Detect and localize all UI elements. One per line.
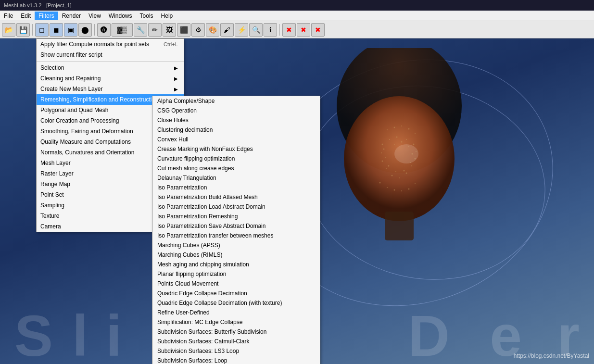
toolbar-btn-x3[interactable]: ✖ (311, 23, 325, 37)
submenu-subdiv-ls3[interactable]: Subdivision Surfaces: LS3 Loop (152, 346, 320, 356)
menu-windows[interactable]: Windows (105, 12, 136, 20)
submenu-iso-param[interactable]: Iso Parametrization (152, 183, 320, 192)
toolbar-btn-16[interactable]: ℹ (264, 23, 277, 37)
toolbar-btn-x1[interactable]: ✖ (282, 23, 296, 37)
menu-filters[interactable]: Filters (35, 12, 58, 20)
submenu-subdiv-catmull[interactable]: Subdivision Surfaces: Catmull-Clark (152, 337, 320, 346)
watermark-text: https://blog.csdn.net/ByYastal (514, 352, 589, 359)
svg-point-37 (394, 144, 418, 163)
submenu-marching-cubes-apss[interactable]: Marching Cubes (APSS) (152, 240, 320, 250)
submenu-iso-param-load[interactable]: Iso Parametrization Load Abstract Domain (152, 202, 320, 212)
submenu-iso-param-atlased[interactable]: Iso Parametrization Build Atlased Mesh (152, 192, 320, 202)
svg-point-25 (385, 157, 386, 158)
svg-point-35 (408, 188, 410, 190)
submenu-planar-flipping[interactable]: Planar flipping optimization (152, 269, 320, 279)
submenu-points-cloud[interactable]: Points Cloud Movement (152, 279, 320, 289)
svg-point-9 (411, 165, 412, 166)
submenu-subdiv-butterfly[interactable]: Subdivision Surfaces: Butterfly Subdivis… (152, 327, 320, 337)
toolbar-sep-2 (94, 24, 95, 36)
submenu-iso-param-transfer[interactable]: Iso Parametrization transfer between mes… (152, 231, 320, 240)
deco-letter-3: i (106, 302, 122, 364)
toolbar-btn-6[interactable]: ▓▒ (112, 23, 133, 37)
svg-point-13 (386, 168, 387, 169)
apply-filter-shortcut: Ctrl+L (164, 41, 178, 47)
toolbar-btn-10[interactable]: ⬛ (177, 23, 190, 37)
toolbar-sep-3 (279, 24, 280, 36)
menu-help[interactable]: Help (157, 12, 177, 20)
submenu-crease-marking[interactable]: Crease Marking with NonFaux Edges (152, 144, 320, 154)
svg-point-11 (399, 177, 400, 178)
toolbar-btn-7[interactable]: 🔧 (134, 23, 147, 37)
submenu-mesh-aging[interactable]: Mesh aging and chipping simulation (152, 260, 320, 269)
toolbar-btn-1[interactable]: ◻ (35, 23, 49, 37)
submenu-alpha-complex[interactable]: Alpha Complex/Shape (152, 96, 320, 106)
toolbar-btn-13[interactable]: 🖌 (220, 23, 234, 37)
submenu-refine-user[interactable]: Refine User-Defined (152, 308, 320, 317)
toolbar-btn-8[interactable]: ✏ (148, 23, 162, 37)
svg-point-33 (394, 189, 395, 191)
toolbar-btn-5[interactable]: 🅐 (97, 23, 111, 37)
toolbar-sep-1 (32, 24, 33, 36)
svg-point-31 (379, 182, 381, 184)
toolbar: 📂 💾 ◻ ◼ ▣ ⬤ 🅐 ▓▒ 🔧 ✏ 🖼 ⬛ ⚙ 🎨 🖌 ⚡ 🔍 ℹ ✖ ✖… (0, 21, 594, 38)
svg-point-17 (394, 144, 395, 145)
menu-bar: File Edit Filters Render View Windows To… (0, 11, 594, 21)
menu-file[interactable]: File (0, 12, 17, 20)
dropdown-cleaning[interactable]: Cleaning and Repairing▶ (37, 73, 184, 84)
deco-letter-1: S (14, 302, 53, 364)
toolbar-btn-x2[interactable]: ✖ (297, 23, 310, 37)
toolbar-btn-4[interactable]: ⬤ (78, 23, 92, 37)
toolbar-btn-12[interactable]: 🎨 (206, 23, 219, 37)
submenu-curvature-flipping[interactable]: Curvature flipping optimization (152, 154, 320, 163)
svg-point-3 (389, 139, 390, 140)
toolbar-open-btn[interactable]: 📂 (2, 23, 15, 37)
toolbar-btn-3[interactable]: ▣ (64, 23, 77, 37)
toolbar-btn-2[interactable]: ◼ (50, 23, 63, 37)
submenu-delaunay[interactable]: Delaunay Triangulation (152, 173, 320, 183)
toolbar-save-btn[interactable]: 💾 (16, 23, 30, 37)
svg-point-24 (388, 165, 390, 167)
toolbar-group-tools: 🅐 ▓▒ 🔧 ✏ 🖼 ⬛ ⚙ 🎨 🖌 ⚡ 🔍 ℹ (97, 23, 277, 37)
submenu-quadric-edge[interactable]: Quadric Edge Collapse Decimation (152, 289, 320, 298)
remeshing-submenu: Alpha Complex/Shape CSG Operation Close … (152, 96, 320, 364)
submenu-convex-hull[interactable]: Convex Hull (152, 135, 320, 144)
svg-point-23 (395, 171, 396, 172)
submenu-iso-param-remesh[interactable]: Iso Parametrization Remeshing (152, 212, 320, 221)
svg-point-22 (404, 170, 405, 172)
submenu-close-holes[interactable]: Close Holes (152, 115, 320, 125)
svg-rect-38 (385, 212, 414, 240)
svg-point-16 (383, 149, 385, 150)
svg-point-29 (408, 128, 410, 130)
toolbar-btn-15[interactable]: 🔍 (249, 23, 263, 37)
submenu-clustering-decimation[interactable]: Clustering decimation (152, 125, 320, 135)
svg-point-15 (381, 152, 382, 153)
dropdown-create-mesh[interactable]: Create New Mesh Layer▶ (37, 84, 184, 94)
svg-point-27 (394, 127, 395, 128)
toolbar-btn-9[interactable]: 🖼 (163, 23, 176, 37)
submenu-iso-param-save[interactable]: Iso Parametrization Save Abstract Domain (152, 221, 320, 231)
toolbar-btn-14[interactable]: ⚡ (235, 23, 248, 37)
svg-point-18 (401, 141, 403, 143)
watermark: https://blog.csdn.net/ByYastal (514, 352, 589, 359)
toolbar-btn-11[interactable]: ⚙ (191, 23, 205, 37)
submenu-cut-mesh[interactable]: Cut mesh along crease edges (152, 163, 320, 173)
svg-point-26 (387, 129, 388, 130)
deco-letter-2: l (72, 302, 88, 364)
submenu-subdiv-loop[interactable]: Subdivision Surfaces: Loop (152, 356, 320, 364)
apply-filter-item[interactable]: Apply filter Compute normals for point s… (37, 39, 184, 50)
main-area: Apply filter Compute normals for point s… (0, 38, 594, 364)
submenu-simplification-mc[interactable]: Simplification: MC Edge Collapse (152, 317, 320, 327)
dropdown-sep-top (37, 61, 184, 62)
menu-tools[interactable]: Tools (136, 12, 157, 20)
dropdown-selection[interactable]: Selection▶ (37, 63, 184, 73)
menu-edit[interactable]: Edit (17, 12, 35, 20)
show-filter-script-label: Show current filter script (40, 51, 102, 58)
menu-render[interactable]: Render (58, 12, 85, 20)
svg-point-12 (392, 175, 393, 176)
submenu-csg[interactable]: CSG Operation (152, 106, 320, 115)
submenu-marching-cubes-rimls[interactable]: Marching Cubes (RIMLS) (152, 250, 320, 260)
menu-view[interactable]: View (85, 12, 105, 20)
show-filter-script-item[interactable]: Show current filter script (37, 50, 184, 60)
svg-point-5 (406, 139, 407, 140)
submenu-quadric-edge-texture[interactable]: Quadric Edge Collapse Decimation (with t… (152, 298, 320, 308)
